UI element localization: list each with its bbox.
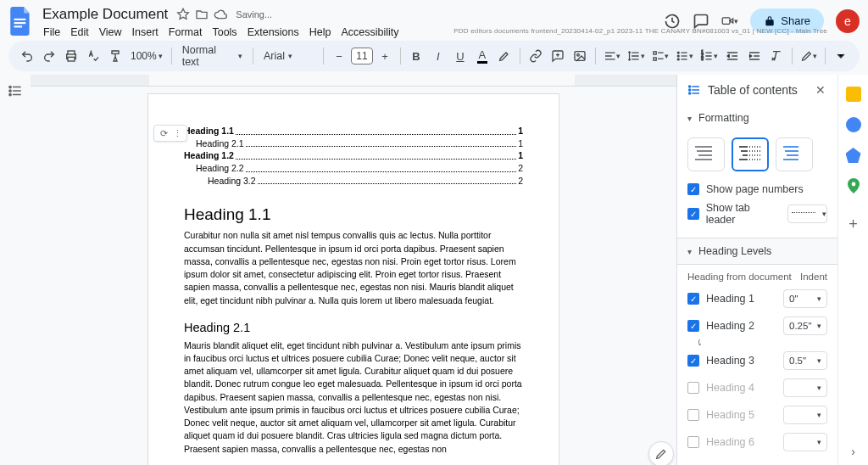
account-avatar[interactable]: e — [836, 9, 860, 33]
toc-refresh-icon[interactable]: ⟳ — [158, 127, 170, 139]
menu-file[interactable]: File — [39, 25, 64, 40]
document-title[interactable]: Example Document — [39, 5, 171, 24]
insert-link-button[interactable] — [526, 45, 546, 67]
tasks-icon[interactable] — [846, 117, 861, 132]
close-sidebar-icon[interactable]: ✕ — [814, 83, 827, 97]
checkbox-unchecked-icon — [687, 436, 699, 448]
formatting-section-header[interactable]: ▾ Formatting — [677, 105, 837, 131]
insert-comment-button[interactable] — [548, 45, 568, 67]
toc-style-plain[interactable] — [687, 137, 725, 171]
highlight-color-button[interactable] — [494, 45, 515, 67]
indent-select[interactable]: 0.5"▾ — [783, 351, 827, 370]
paint-format-button[interactable] — [105, 45, 125, 67]
toc-entry[interactable]: Heading 2.11 — [184, 137, 523, 150]
indent-select[interactable]: ▾ — [783, 433, 827, 451]
clear-formatting-button[interactable] — [766, 45, 787, 67]
hide-side-panel-icon[interactable]: › — [851, 445, 855, 458]
toc-entry[interactable]: Heading 2.22 — [184, 162, 523, 175]
heading-level-row[interactable]: Heading 5▾ — [677, 401, 837, 429]
docs-app-icon[interactable] — [8, 5, 34, 37]
indent-increase-button[interactable] — [744, 45, 765, 67]
indent-label: Indent — [800, 272, 827, 282]
indent-select[interactable]: ▾ — [783, 378, 827, 397]
chevron-down-icon: ▾ — [687, 247, 692, 256]
undo-button[interactable] — [17, 45, 37, 67]
align-button[interactable]: ▾ — [601, 45, 624, 67]
cloud-status-icon[interactable] — [214, 8, 227, 21]
editing-mode-button[interactable]: ▾ — [798, 45, 821, 67]
svg-point-17 — [9, 90, 11, 92]
body-paragraph[interactable]: Curabitur non nulla sit amet nisl tempus… — [184, 229, 523, 306]
line-spacing-button[interactable]: ▾ — [625, 45, 648, 67]
svg-point-19 — [689, 86, 691, 87]
toc-entry[interactable]: Heading 1.11 — [184, 125, 523, 137]
indent-select[interactable]: ▾ — [783, 406, 827, 424]
toc-style-links[interactable] — [776, 137, 813, 171]
toc-style-dotted[interactable] — [732, 137, 769, 171]
heading-level-row[interactable]: Heading 6▾ — [677, 429, 837, 456]
bulleted-list-button[interactable]: ▾ — [673, 45, 696, 67]
collapse-toolbar-button[interactable] — [831, 45, 851, 67]
menu-tools[interactable]: Tools — [208, 25, 241, 40]
star-icon[interactable] — [176, 8, 190, 21]
svg-point-18 — [9, 93, 11, 95]
show-tab-leader-checkbox[interactable]: ✓ Show tab leader ▾ — [677, 199, 837, 229]
keep-icon[interactable] — [846, 87, 861, 102]
table-of-contents-element[interactable]: ⟳ ⋮ Heading 1.11Heading 2.11Heading 1.21… — [184, 125, 523, 187]
toc-element-toolbar: ⟳ ⋮ — [153, 125, 187, 142]
indent-select[interactable]: 0.25"▾ — [783, 317, 827, 335]
spellcheck-button[interactable] — [83, 45, 103, 67]
heading-2[interactable]: Heading 2.1 — [184, 321, 523, 334]
numbered-list-button[interactable]: 123▾ — [698, 45, 721, 67]
contacts-icon[interactable] — [846, 148, 861, 163]
checkbox-checked-icon: ✓ — [687, 183, 699, 195]
zoom-select[interactable]: 100%▾ — [127, 50, 166, 62]
heading-level-row[interactable]: ✓Heading 20.25"▾ — [677, 312, 837, 339]
toc-more-icon[interactable]: ⋮ — [171, 127, 183, 139]
insert-image-button[interactable] — [570, 45, 590, 67]
heading-level-row[interactable]: ✓Heading 30.5"▾ — [677, 347, 837, 374]
page[interactable]: ⟳ ⋮ Heading 1.11Heading 2.11Heading 1.21… — [147, 93, 559, 465]
svg-rect-8 — [654, 52, 656, 54]
print-button[interactable] — [61, 45, 81, 67]
indent-decrease-button[interactable] — [722, 45, 743, 67]
text-color-button[interactable]: A — [472, 45, 492, 67]
explore-button[interactable] — [648, 441, 674, 465]
horizontal-ruler[interactable] — [31, 75, 676, 87]
font-size-input[interactable]: 11 — [351, 48, 373, 64]
italic-button[interactable]: I — [428, 45, 448, 67]
menu-insert[interactable]: Insert — [128, 25, 163, 40]
document-canvas[interactable]: ⟳ ⋮ Heading 1.11Heading 2.11Heading 1.21… — [31, 75, 676, 465]
paragraph-style-select[interactable]: Normal text▾ — [177, 44, 248, 68]
toc-entry[interactable]: Heading 1.21 — [184, 149, 523, 162]
menu-view[interactable]: View — [95, 25, 126, 40]
font-family-select[interactable]: Arial▾ — [259, 50, 318, 62]
bold-button[interactable]: B — [406, 45, 426, 67]
svg-point-20 — [689, 89, 691, 91]
checklist-button[interactable]: ▾ — [649, 45, 672, 67]
get-addons-icon[interactable]: + — [849, 216, 858, 233]
body-paragraph[interactable]: Mauris blandit aliquet elit, eget tincid… — [184, 339, 523, 456]
show-page-numbers-checkbox[interactable]: ✓ Show page numbers — [677, 180, 837, 199]
font-size-increase[interactable]: + — [375, 45, 395, 67]
font-size-decrease[interactable]: − — [329, 45, 349, 67]
menu-help[interactable]: Help — [305, 25, 336, 40]
redo-button[interactable] — [39, 45, 59, 67]
menu-accessibility[interactable]: Accessibility — [337, 25, 403, 40]
tab-leader-style-select[interactable]: ▾ — [787, 204, 827, 223]
underline-button[interactable]: U — [450, 45, 470, 67]
menu-edit[interactable]: Edit — [66, 25, 93, 40]
heading-levels-section-header[interactable]: ▾ Heading Levels — [677, 238, 837, 265]
menu-format[interactable]: Format — [164, 25, 207, 40]
indent-select[interactable]: 0"▾ — [783, 289, 827, 308]
toc-entry[interactable]: Heading 3.22 — [184, 175, 523, 188]
menu-extensions[interactable]: Extensions — [243, 25, 303, 40]
maps-icon[interactable] — [846, 178, 861, 193]
document-outline-icon[interactable] — [8, 83, 23, 98]
move-icon[interactable] — [195, 8, 209, 21]
heading-1[interactable]: Heading 1.1 — [184, 205, 523, 224]
menubar: File Edit View Insert Format Tools Exten… — [39, 25, 403, 40]
heading-level-row[interactable]: ✓Heading 10"▾ — [677, 285, 837, 312]
chevron-down-icon: ▾ — [687, 114, 692, 123]
heading-level-row[interactable]: Heading 4▾ — [677, 374, 837, 401]
